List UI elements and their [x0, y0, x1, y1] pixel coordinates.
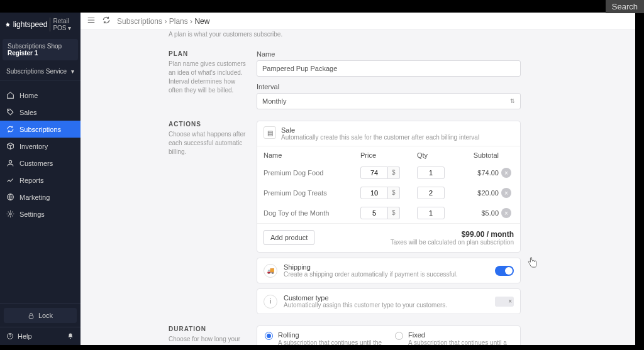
- sidebar: lightspeed Retail POS ▾ Subscriptions Sh…: [0, 13, 80, 345]
- table-row: Premium Dog Food $ $74.00 ×: [257, 163, 520, 183]
- nav-subscriptions-label: Subscriptions: [19, 126, 61, 133]
- interval-select[interactable]: Monthly ⇅: [257, 93, 521, 109]
- receipt-icon: ▤: [264, 126, 276, 139]
- service-name: Subscriptions Service: [6, 68, 67, 75]
- breadcrumb-a[interactable]: Subscriptions: [117, 17, 162, 26]
- plan-name-input[interactable]: [257, 60, 521, 77]
- qty-input[interactable]: [417, 207, 445, 219]
- caret-icon: ⇅: [510, 98, 515, 104]
- price-input[interactable]: [360, 207, 388, 219]
- help-row: Help: [0, 327, 80, 345]
- register-name: Register 1: [8, 50, 73, 57]
- shop-selector[interactable]: Subscriptions Shop Register 1: [3, 39, 78, 60]
- customer-type-card: i Customer type Automatically assign thi…: [257, 288, 521, 314]
- lock-button[interactable]: Lock: [4, 308, 77, 323]
- price-input[interactable]: [360, 167, 388, 179]
- user-icon: [6, 159, 14, 167]
- col-name: Name: [264, 151, 360, 159]
- tax-note: Taxes will be calculated on plan subscri…: [391, 239, 514, 246]
- help-button[interactable]: Help: [6, 332, 32, 340]
- bell-icon[interactable]: [67, 332, 74, 340]
- breadcrumb-c: New: [194, 17, 209, 26]
- radio-fixed[interactable]: [395, 332, 403, 340]
- sale-card: ▤ Sale Automatically create this sale fo…: [257, 121, 521, 253]
- svg-point-3: [9, 213, 11, 215]
- nav-marketing-label: Marketing: [19, 194, 50, 201]
- product-name: Dog Toy of the Month: [264, 209, 360, 217]
- row-subtotal: $74.00: [461, 169, 499, 177]
- delete-row-button[interactable]: ×: [501, 208, 511, 218]
- nav-customers-label: Customers: [19, 160, 53, 167]
- sidebar-bottom: Lock Help: [0, 304, 80, 345]
- table-row: Premium Dog Treats $ $20.00 ×: [257, 183, 520, 203]
- qty-input[interactable]: [417, 187, 445, 199]
- refresh-icon-top[interactable]: [102, 16, 111, 26]
- product-name: Premium Dog Treats: [264, 189, 360, 197]
- price-input[interactable]: [360, 187, 388, 199]
- qty-input[interactable]: [417, 167, 445, 179]
- brand-sub: Retail POS ▾: [50, 18, 75, 31]
- nav-inventory-label: Inventory: [19, 143, 48, 150]
- window-bottom-edge: [0, 345, 644, 350]
- nav-inventory[interactable]: Inventory: [0, 138, 80, 155]
- nav-sales[interactable]: Sales: [0, 104, 80, 121]
- ctype-toggle[interactable]: ×: [495, 297, 514, 307]
- row-subtotal: $5.00: [461, 209, 499, 217]
- delete-row-button[interactable]: ×: [501, 188, 511, 198]
- sale-desc: Automatically create this sale for the c…: [281, 134, 479, 141]
- brand-name: lightspeed: [13, 20, 48, 29]
- chart-icon: [6, 176, 14, 184]
- nav-home-label: Home: [19, 92, 38, 99]
- rolling-title: Rolling: [278, 331, 382, 339]
- breadcrumb-b[interactable]: Plans: [169, 17, 188, 26]
- window-top-bar: [0, 0, 644, 13]
- lock-icon: [28, 312, 35, 319]
- plan-desc: Plan name gives customers an idea of wha…: [169, 60, 247, 95]
- nav-settings-label: Settings: [19, 211, 45, 218]
- nav-home[interactable]: Home: [0, 87, 80, 104]
- actions-desc: Choose what happens after each successfu…: [169, 130, 247, 156]
- add-product-button[interactable]: Add product: [264, 230, 314, 245]
- nav-customers[interactable]: Customers: [0, 155, 80, 172]
- window-right-edge: [635, 0, 644, 350]
- interval-value: Monthly: [262, 97, 287, 105]
- row-subtotal: $20.00: [461, 189, 499, 197]
- ctype-title: Customer type: [284, 294, 489, 302]
- nav-settings[interactable]: Settings: [0, 205, 80, 222]
- nav: Home Sales Subscriptions Inventory Custo…: [0, 87, 80, 304]
- browser-search-overlay: Search: [606, 0, 644, 13]
- currency-addon: $: [388, 207, 400, 219]
- shipping-toggle[interactable]: [495, 266, 514, 276]
- help-icon: [6, 332, 14, 340]
- shipping-desc: Create a shipping order automatically if…: [284, 271, 489, 278]
- nav-sales-label: Sales: [19, 109, 37, 116]
- fixed-option[interactable]: Fixed A subscription that continues unti…: [395, 331, 513, 345]
- rolling-desc: A subscription that continues until the …: [278, 339, 382, 345]
- menu-icon[interactable]: [87, 16, 96, 26]
- tag-icon: [6, 108, 14, 116]
- nav-reports-label: Reports: [19, 177, 44, 184]
- products-table: Name Price Qty Subtotal Premium Dog Food…: [257, 146, 520, 252]
- table-row: Dog Toy of the Month $ $5.00 ×: [257, 203, 520, 223]
- col-subtotal: Subtotal: [461, 151, 499, 159]
- duration-desc: Choose for how long your customers shoul…: [169, 335, 247, 345]
- col-qty: Qty: [417, 151, 461, 159]
- nav-reports[interactable]: Reports: [0, 172, 80, 189]
- chevron-down-icon: ▾: [71, 68, 74, 75]
- nav-subscriptions[interactable]: Subscriptions: [0, 121, 80, 138]
- service-selector[interactable]: Subscriptions Service ▾: [0, 63, 80, 80]
- topbar: Subscriptions › Plans › New: [80, 13, 635, 30]
- home-icon: [6, 91, 14, 99]
- section-duration: DURATION Choose for how long your custom…: [169, 325, 610, 345]
- svg-rect-4: [29, 315, 33, 319]
- radio-rolling[interactable]: [265, 332, 273, 340]
- content: A plan is what your customers subscribe.…: [80, 30, 635, 345]
- help-label: Help: [18, 332, 32, 340]
- delete-row-button[interactable]: ×: [501, 168, 511, 178]
- nav-marketing[interactable]: Marketing: [0, 189, 80, 205]
- shipping-card: 🚚 Shipping Create a shipping order autom…: [257, 258, 521, 283]
- fixed-desc: A subscription that continues until a fi…: [408, 339, 513, 345]
- rolling-option[interactable]: Rolling A subscription that continues un…: [265, 331, 382, 345]
- plan-title: PLAN: [169, 50, 247, 57]
- actions-title: ACTIONS: [169, 121, 247, 128]
